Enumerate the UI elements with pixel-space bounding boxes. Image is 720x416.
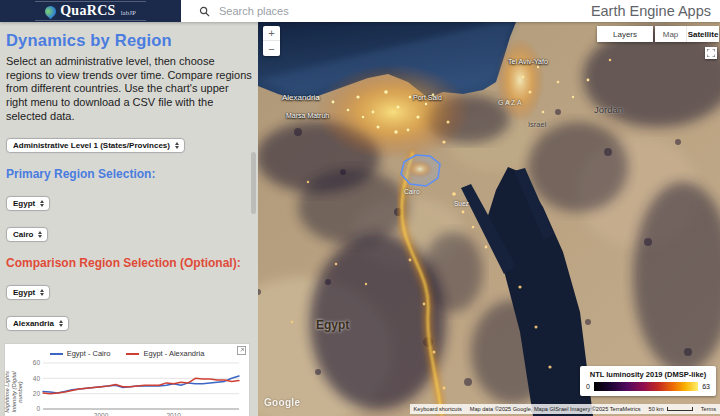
admin-level-value: Administrative Level 1 (States/Provinces… — [13, 141, 170, 150]
legend-line-swatch — [126, 353, 139, 355]
description-text: Select an administrative level, then cho… — [6, 55, 252, 123]
ntl-legend-min: 0 — [586, 383, 590, 390]
stepper-icon — [40, 200, 44, 207]
keyboard-shortcuts-link[interactable]: Keyboard shortcuts — [410, 404, 466, 414]
earth-engine-app: QuaRCS labJP Earth Engine Apps Dynamics … — [0, 0, 720, 416]
map-container: + − Layers Map Satellite AlexandriaPort … — [258, 22, 720, 416]
legend-item: Egypt - Alexandria — [126, 349, 204, 358]
map-type-satellite-button[interactable]: Satellite — [687, 26, 719, 42]
google-logo: Google — [264, 397, 300, 408]
side-panel: Dynamics by Region Select an administrat… — [0, 22, 258, 416]
terms-link[interactable]: Terms — [697, 404, 720, 414]
svg-text:0: 0 — [36, 405, 40, 412]
ntl-legend-title: NTL luminosity 2019 (DMSP-like) — [586, 370, 710, 379]
map-type-map-button[interactable]: Map — [655, 26, 687, 42]
primary-country-select[interactable]: Egypt — [6, 196, 50, 211]
map-canvas[interactable] — [258, 22, 720, 416]
trend-chart-card: Egypt - CairoEgypt - Alexandria Nighttim… — [4, 343, 250, 416]
stepper-icon — [40, 289, 44, 296]
comparison-region-heading: Comparison Region Selection (Optional): — [6, 256, 252, 270]
logo-title: QuaRCS — [60, 3, 115, 19]
panel-scrollbar[interactable] — [251, 152, 256, 214]
stepper-icon — [59, 320, 63, 327]
svg-text:2000: 2000 — [94, 412, 109, 416]
search-icon — [199, 6, 210, 17]
primary-region-heading: Primary Region Selection: — [6, 167, 252, 181]
comparison-country-value: Egypt — [13, 288, 35, 297]
layers-button[interactable]: Layers — [597, 26, 653, 42]
ntl-gradient-bar — [594, 382, 698, 391]
map-data-attribution: Map data ©2025 Google, Mapa GISrael Imag… — [466, 404, 645, 414]
quarcs-pin-icon — [43, 3, 59, 19]
comparison-country-select[interactable]: Egypt — [6, 285, 50, 300]
svg-text:40: 40 — [33, 375, 41, 382]
map-zoom-control: + − — [263, 26, 280, 56]
logo-subtitle: labJP — [121, 9, 136, 17]
svg-text:2010: 2010 — [166, 412, 181, 416]
chart-legend: Egypt - CairoEgypt - Alexandria — [7, 349, 247, 358]
stepper-icon — [175, 142, 179, 149]
chart-body: Nighttime Lights Intensity (Digital numb… — [7, 358, 247, 416]
search-input[interactable] — [219, 5, 469, 17]
map-scale: 50 km — [645, 404, 697, 414]
fullscreen-button[interactable] — [705, 47, 717, 59]
chart-y-axis-label: Nighttime Lights Intensity (Digital numb… — [7, 358, 21, 416]
primary-country-value: Egypt — [13, 199, 35, 208]
svg-text:20: 20 — [33, 390, 41, 397]
ntl-legend-max: 63 — [702, 383, 710, 390]
quarcs-logo[interactable]: QuaRCS labJP — [0, 0, 181, 22]
scale-bar — [667, 407, 693, 411]
map-type-toggle: Map Satellite — [655, 26, 719, 42]
comparison-region-value: Alexandria — [13, 319, 54, 328]
admin-level-select[interactable]: Administrative Level 1 (States/Provinces… — [6, 138, 185, 153]
legend-item: Egypt - Cairo — [50, 349, 111, 358]
zoom-out-button[interactable]: − — [263, 41, 280, 56]
search-bar — [181, 5, 591, 17]
stepper-icon — [38, 231, 42, 238]
legend-line-swatch — [50, 353, 63, 355]
scale-label: 50 km — [649, 406, 664, 412]
logo-frame: QuaRCS labJP — [35, 1, 146, 21]
page-title: Dynamics by Region — [6, 31, 252, 50]
primary-region-select[interactable]: Cairo — [6, 227, 48, 242]
map-attribution: Keyboard shortcuts Map data ©2025 Google… — [410, 404, 720, 414]
header: QuaRCS labJP Earth Engine Apps — [0, 0, 720, 22]
primary-region-value: Cairo — [13, 230, 33, 239]
chart-expand-icon[interactable] — [237, 346, 246, 355]
earth-engine-apps-title: Earth Engine Apps — [591, 3, 720, 19]
comparison-region-select[interactable]: Alexandria — [6, 316, 69, 331]
zoom-in-button[interactable]: + — [263, 26, 280, 41]
ntl-legend: NTL luminosity 2019 (DMSP-like) 0 63 — [580, 366, 716, 396]
svg-text:60: 60 — [33, 359, 41, 366]
cairo-region-outline — [401, 155, 440, 186]
fullscreen-icon — [707, 49, 715, 57]
trend-line-chart: 020406020002010 — [21, 358, 247, 416]
